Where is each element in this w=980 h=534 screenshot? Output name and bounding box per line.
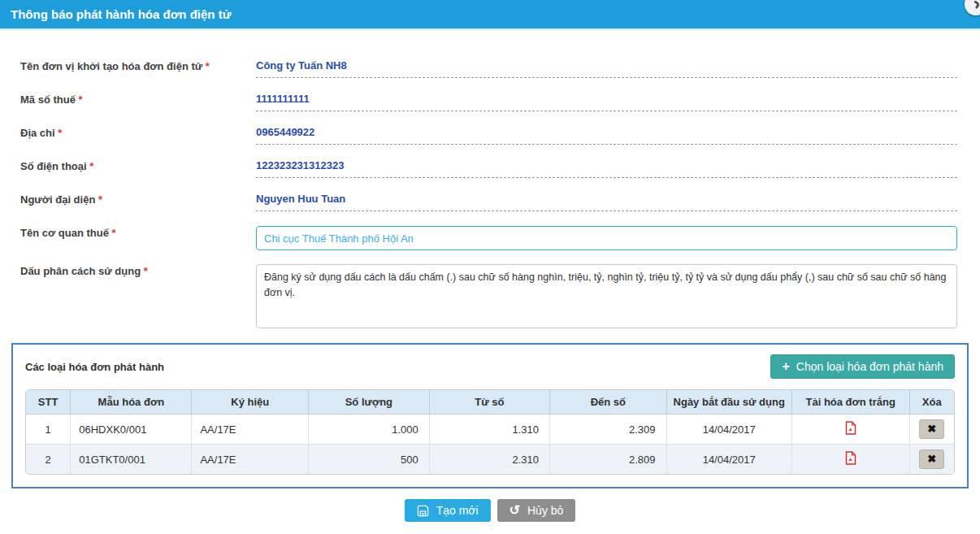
cell-symbol: AA/17E	[192, 415, 309, 445]
choose-invoice-type-button[interactable]: + Chọn loại hóa đơn phát hành	[770, 354, 955, 379]
phone-value: 122323231312323	[256, 159, 957, 178]
download-blank-invoice-link[interactable]	[845, 451, 856, 465]
corner-widget-button[interactable]	[965, 0, 980, 15]
pdf-file-icon	[845, 421, 856, 435]
cancel-button[interactable]: ↺ Hủy bỏ	[497, 499, 576, 522]
download-blank-invoice-link[interactable]	[845, 421, 856, 435]
col-header-quantity: Số lượng	[309, 390, 430, 415]
invoice-types-table: STT Mẫu hóa đơn Ký hiệu Số lượng Từ số Đ…	[25, 389, 955, 475]
unit-name-label: Tên đơn vị khởi tạo hóa đơn điện tử *	[20, 59, 256, 72]
pdf-file-icon	[845, 451, 856, 465]
representative-value: Nguyen Huu Tuan	[256, 193, 957, 211]
titlebar: Thông báo phát hành hóa đơn điện tử	[0, 0, 980, 30]
table-header-row: STT Mẫu hóa đơn Ký hiệu Số lượng Từ số Đ…	[26, 390, 954, 415]
col-header-from: Từ số	[429, 390, 549, 415]
field-row-tax-code: Mã số thuế * 1111111111	[20, 93, 957, 111]
col-header-delete: Xóa	[909, 390, 954, 415]
unit-name-value: Công ty Tuấn NH8	[256, 59, 957, 78]
col-header-stt: STT	[26, 390, 71, 415]
address-value: 0965449922	[256, 126, 957, 145]
separator-textarea[interactable]: Đăng ký sử dụng dấu cách là dấu chấm (.)…	[256, 264, 957, 328]
col-header-template: Mẫu hóa đơn	[71, 390, 192, 415]
required-mark: *	[79, 93, 83, 106]
create-new-button[interactable]: Tạo mới	[405, 499, 491, 522]
field-row-tax-office: Tên cơ quan thuế *	[20, 226, 957, 250]
required-mark: *	[144, 265, 148, 277]
invoice-types-panel: Các loại hóa đơn phát hành + Chọn loại h…	[11, 343, 969, 488]
cell-to: 2.809	[550, 445, 667, 475]
address-label: Địa chỉ *	[20, 126, 256, 139]
delete-row-button[interactable]: ✖	[919, 449, 944, 469]
delete-row-button[interactable]: ✖	[919, 419, 944, 439]
field-row-phone: Số điện thoại * 122323231312323	[20, 159, 957, 178]
field-row-separator: Dấu phân cách sử dụng * Đăng ký sử dụng …	[20, 264, 957, 331]
col-header-symbol: Ký hiệu	[192, 390, 309, 415]
plus-icon: +	[782, 360, 789, 373]
required-mark: *	[98, 193, 102, 206]
tax-office-input[interactable]	[256, 226, 957, 250]
cell-stt: 2	[26, 445, 71, 475]
cell-from: 1.310	[429, 415, 549, 445]
col-header-start-date: Ngày bắt đầu sử dụng	[666, 390, 791, 415]
required-mark: *	[89, 160, 93, 172]
tax-code-label: Mã số thuế *	[20, 93, 256, 106]
required-mark: *	[206, 60, 210, 72]
field-row-address: Địa chỉ * 0965449922	[20, 126, 957, 145]
cell-to: 2.309	[550, 415, 667, 445]
wrench-icon	[969, 0, 980, 11]
save-icon	[417, 505, 429, 517]
undo-icon: ↺	[510, 504, 520, 517]
separator-label: Dấu phân cách sử dụng *	[20, 264, 256, 277]
footer-actions: Tạo mới ↺ Hủy bỏ	[0, 499, 980, 522]
field-row-representative: Người đại diện * Nguyen Huu Tuan	[20, 193, 957, 211]
table-row: 1 06HDXK0/001 AA/17E 1.000 1.310 2.309 1…	[26, 415, 954, 445]
page-title: Thông báo phát hành hóa đơn điện tử	[11, 7, 232, 21]
col-header-to: Đến số	[550, 390, 667, 415]
invoice-panel-title: Các loại hóa đơn phát hành	[25, 361, 164, 373]
issuance-form: Tên đơn vị khởi tạo hóa đơn điện tử * Cô…	[0, 30, 980, 331]
cell-symbol: AA/17E	[192, 445, 309, 475]
tax-office-label: Tên cơ quan thuế *	[20, 226, 256, 239]
col-header-blank-invoice: Tải hóa đơn trắng	[791, 390, 909, 415]
cell-template: 06HDXK0/001	[71, 415, 192, 445]
required-mark: *	[112, 227, 116, 239]
phone-label: Số điện thoại *	[20, 159, 256, 172]
cell-quantity: 500	[309, 445, 430, 475]
field-row-unit-name: Tên đơn vị khởi tạo hóa đơn điện tử * Cô…	[20, 59, 957, 78]
tax-code-value: 1111111111	[256, 93, 957, 111]
cell-stt: 1	[26, 415, 71, 445]
required-mark: *	[58, 127, 62, 139]
cell-quantity: 1.000	[309, 415, 430, 445]
cell-template: 01GTKT0/001	[71, 445, 192, 475]
cell-start-date: 14/04/2017	[666, 415, 791, 445]
cell-from: 2.310	[429, 445, 549, 475]
table-row: 2 01GTKT0/001 AA/17E 500 2.310 2.809 14/…	[26, 445, 954, 475]
representative-label: Người đại diện *	[20, 193, 256, 206]
cell-start-date: 14/04/2017	[666, 445, 791, 475]
